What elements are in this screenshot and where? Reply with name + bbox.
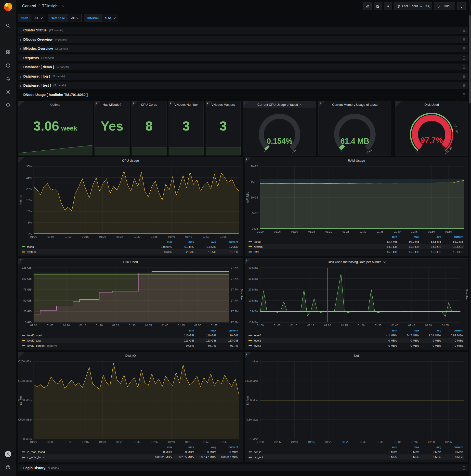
panel-header-disk-used[interactable]: iDisk Used [395,101,468,108]
legend-stat-header[interactable]: avg [419,235,441,238]
legend-stat-header[interactable]: avg [194,240,216,243]
legend-series-name[interactable]: level0_percent (right-y) [22,344,172,347]
panel-header-disk-io[interactable]: iDisk IO [18,352,243,359]
panel-info-icon[interactable]: i [169,101,175,107]
legend-stat-header[interactable]: current [441,329,463,332]
panel-header-vnodes-masters[interactable]: iVNodes Masters [206,101,240,108]
panel-info-icon[interactable]: i [206,101,212,107]
legend-stat-header[interactable]: current [441,446,463,448]
legend-stat-header[interactable]: max [397,235,419,238]
page-scrollbar[interactable] [469,0,471,476]
panel-info-icon[interactable]: i [395,101,401,107]
legend-stat-header[interactable]: avg [419,446,441,448]
legend-stat-header[interactable]: max [194,329,216,332]
legend-stat-header[interactable]: current [216,446,238,448]
row-drag-handle[interactable] [463,65,467,69]
row-drag-handle[interactable] [463,47,467,50]
chart-plot-area[interactable]: 0 MB5 GB10 GB15 GB20 GB01:0001:0501:1001… [245,164,468,234]
panel-info-icon[interactable]: i [18,157,24,163]
panel-header-vnodes-number[interactable]: iVNodes Number [169,101,203,108]
panel-header-has-mnode[interactable]: iHas MNode? [95,101,129,108]
sidebar-item-plus[interactable] [0,32,16,46]
row-database-log[interactable]: ›Database: [ log ](5 panels) [18,73,468,80]
panel-header-ram-usage[interactable]: iRAM Usage [245,157,468,164]
sidebar-item-help[interactable] [0,461,16,474]
panel-info-icon[interactable]: i [319,101,324,107]
panel-info-icon[interactable]: i [245,157,251,163]
legend-stat-header[interactable]: min [375,329,397,332]
legend-series-name[interactable]: level0_used [22,334,172,337]
legend-series-name[interactable]: level2 [249,344,375,347]
legend-stat-header[interactable]: max [172,446,194,448]
legend-stat-header[interactable]: current [216,240,238,243]
row-drag-handle[interactable] [463,75,467,78]
panel-header-current-cpu-usage-of-taosd[interactable]: iCurrent CPU Usage of taosd [243,101,316,108]
row-drag-handle[interactable] [463,38,467,41]
panel-header-current-memory-usage-of-taosd[interactable]: iCurrent Memory Usage of taosd [319,101,391,108]
panel-header-disk-used-increasing-rate-per-minute[interactable]: iDisk Used Increasing Rate per Minute [245,259,468,265]
panel-info-icon[interactable]: i [18,259,24,265]
chart-plot-area[interactable]: 0 MB/s0.000500 MB/s0.00100 MB/s0.00150 M… [18,359,243,444]
legend-series-name[interactable]: net_out [249,456,375,459]
legend-stat-header[interactable]: current [441,235,463,238]
panel-info-icon[interactable]: i [18,352,24,358]
row-drag-handle[interactable] [463,84,467,87]
row-drag-handle[interactable] [463,93,467,96]
legend-stat-header[interactable]: max [172,240,194,243]
legend-stat-header[interactable]: min [375,235,397,238]
sidebar-item-explore[interactable] [0,59,16,72]
sidebar-item-alerting[interactable] [0,72,16,85]
legend-series-name[interactable]: net_in [249,450,375,453]
legend-series-name[interactable]: taosd [22,245,150,248]
legend-series-name[interactable]: io_write_taosd [22,456,150,459]
panel-info-icon[interactable]: i [95,101,101,107]
panel-info-icon[interactable]: i [245,352,251,358]
legend-stat-header[interactable]: avg [419,329,441,332]
grafana-logo-icon[interactable] [3,2,13,12]
panel-header-uptime[interactable]: iUptime [18,101,92,108]
row-database-demo[interactable]: ›Database: [ demo ](5 panels) [18,64,468,70]
scrollbar-thumb[interactable] [469,15,471,103]
panel-info-icon[interactable]: i [245,259,251,265]
row-login-history[interactable]: ›Login History(1 panel) [18,464,468,471]
legend-series-name[interactable]: level0_total [22,339,172,342]
legend-series-name[interactable]: level0 [249,334,375,337]
legend-stat-header[interactable]: min [375,446,397,448]
row-drag-handle[interactable] [463,56,467,60]
chart-plot-area[interactable]: 0 GiB97.6%25 GiB97.7%50 GiB97.7%75 GiB97… [18,265,243,328]
sidebar-item-avatar[interactable] [0,447,16,461]
row-dnodes-overview[interactable]: ›DNodes Overview(4 panels) [18,36,468,43]
legend-series-name[interactable]: system [22,251,150,254]
row-drag-handle[interactable] [463,466,467,470]
panel-info-icon[interactable]: i [243,101,249,107]
legend-stat-header[interactable]: max [397,446,419,448]
legend-stat-header[interactable]: min [150,240,172,243]
legend-stat-header[interactable]: current [216,329,238,332]
panel-info-icon[interactable]: i [132,101,138,107]
sidebar-item-dashboards[interactable] [0,46,16,59]
legend-stat-header[interactable]: min [150,446,172,448]
legend-stat-header[interactable]: max [397,329,419,332]
panel-header-cpu-cores[interactable]: iCPU Cores [132,101,166,108]
legend-series-name[interactable]: io_read_taosd [22,450,150,453]
row-dnode-usage-huolinhe-tm1701-6030[interactable]: ›DNode Usage [ huolinhe-TM1701:6030 ] [18,91,468,98]
legend-series-name[interactable]: level1 [249,339,375,342]
legend-series-name[interactable]: taosd [249,240,375,243]
row-drag-handle[interactable] [463,29,467,32]
sidebar-item-shield[interactable] [0,99,16,112]
row-cluster-status[interactable]: ›Cluster Status(21 panels) [18,27,468,34]
legend-series-name[interactable]: total [249,251,375,254]
row-mnodes-overview[interactable]: ›MNodes Overview(2 panels) [18,45,468,52]
legend-stat-header[interactable]: avg [194,446,216,448]
chart-plot-area[interactable]: 0%5%10%15%20%25%30%01:0001:0501:1001:150… [18,164,243,239]
row-database-test[interactable]: ›Database: [ test ](5 panels) [18,82,468,89]
legend-stat-header[interactable]: min [172,329,194,332]
sidebar-item-search[interactable] [0,19,16,32]
panel-header-cpu-usage[interactable]: iCPU Usage [18,157,243,164]
row-requests[interactable]: ›Requests(4 panels) [18,54,468,61]
panel-header-disk-used[interactable]: iDisk Used [18,259,243,265]
sidebar-item-configuration[interactable] [0,85,16,99]
panel-info-icon[interactable]: i [18,101,24,107]
legend-series-name[interactable]: system [249,245,375,248]
panel-header-net[interactable]: iNet [245,352,468,359]
